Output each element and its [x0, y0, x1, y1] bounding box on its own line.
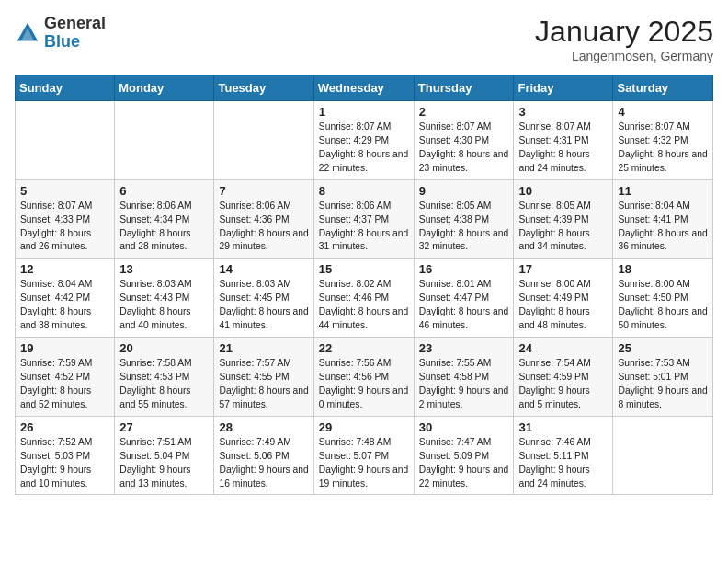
day-cell: 4Sunrise: 8:07 AMSunset: 4:32 PMDaylight… — [613, 101, 713, 180]
day-number: 29 — [319, 420, 409, 434]
logo-icon — [15, 20, 40, 46]
day-number: 11 — [618, 184, 708, 198]
day-number: 8 — [319, 184, 409, 198]
weekday-header-tuesday: Tuesday — [214, 75, 313, 101]
day-number: 5 — [20, 184, 109, 198]
day-number: 20 — [119, 341, 209, 355]
week-row-2: 5Sunrise: 8:07 AMSunset: 4:33 PMDaylight… — [16, 179, 713, 259]
week-row-5: 26Sunrise: 7:52 AMSunset: 5:03 PMDayligh… — [16, 416, 713, 495]
day-number: 27 — [119, 420, 209, 434]
day-cell: 5Sunrise: 8:07 AMSunset: 4:33 PMDaylight… — [16, 179, 115, 259]
day-detail: Sunrise: 7:54 AMSunset: 4:59 PMDaylight:… — [518, 357, 608, 412]
day-number: 1 — [319, 105, 409, 119]
day-detail: Sunrise: 7:51 AMSunset: 5:04 PMDaylight:… — [119, 436, 209, 491]
day-detail: Sunrise: 7:48 AMSunset: 5:07 PMDaylight:… — [319, 436, 409, 491]
day-cell: 7Sunrise: 8:06 AMSunset: 4:36 PMDaylight… — [214, 179, 313, 259]
day-detail: Sunrise: 8:07 AMSunset: 4:31 PMDaylight:… — [518, 121, 608, 176]
day-detail: Sunrise: 7:59 AMSunset: 4:52 PMDaylight:… — [20, 357, 109, 412]
day-number: 19 — [20, 341, 109, 355]
day-cell: 31Sunrise: 7:46 AMSunset: 5:11 PMDayligh… — [514, 416, 613, 495]
day-cell: 8Sunrise: 8:06 AMSunset: 4:37 PMDaylight… — [313, 179, 414, 259]
day-number: 6 — [119, 184, 209, 198]
day-cell: 2Sunrise: 8:07 AMSunset: 4:30 PMDaylight… — [414, 101, 514, 180]
day-cell: 1Sunrise: 8:07 AMSunset: 4:29 PMDaylight… — [313, 101, 414, 180]
day-cell — [16, 101, 115, 180]
day-detail: Sunrise: 8:05 AMSunset: 4:39 PMDaylight:… — [518, 200, 608, 255]
weekday-header-saturday: Saturday — [613, 75, 713, 101]
day-number: 15 — [319, 262, 409, 276]
day-number: 28 — [219, 420, 308, 434]
day-number: 10 — [518, 184, 608, 198]
day-detail: Sunrise: 8:00 AMSunset: 4:50 PMDaylight:… — [618, 278, 708, 333]
day-detail: Sunrise: 8:06 AMSunset: 4:36 PMDaylight:… — [219, 200, 308, 255]
logo-text: General Blue — [44, 15, 106, 52]
week-row-1: 1Sunrise: 8:07 AMSunset: 4:29 PMDaylight… — [16, 101, 713, 180]
weekday-header-friday: Friday — [514, 75, 613, 101]
day-cell: 29Sunrise: 7:48 AMSunset: 5:07 PMDayligh… — [313, 416, 414, 495]
day-detail: Sunrise: 7:46 AMSunset: 5:11 PMDaylight:… — [518, 436, 608, 491]
day-cell: 13Sunrise: 8:03 AMSunset: 4:43 PMDayligh… — [115, 259, 214, 338]
day-detail: Sunrise: 8:07 AMSunset: 4:30 PMDaylight:… — [419, 121, 509, 176]
day-cell: 27Sunrise: 7:51 AMSunset: 5:04 PMDayligh… — [115, 416, 214, 495]
day-detail: Sunrise: 7:52 AMSunset: 5:03 PMDaylight:… — [20, 436, 109, 491]
day-detail: Sunrise: 8:07 AMSunset: 4:29 PMDaylight:… — [319, 121, 409, 176]
day-cell — [115, 101, 214, 180]
location: Langenmosen, Germany — [535, 49, 713, 63]
day-cell: 17Sunrise: 8:00 AMSunset: 4:49 PMDayligh… — [514, 259, 613, 338]
day-cell: 15Sunrise: 8:02 AMSunset: 4:46 PMDayligh… — [313, 259, 414, 338]
weekday-header-sunday: Sunday — [16, 75, 115, 101]
weekday-header-monday: Monday — [115, 75, 214, 101]
day-cell: 23Sunrise: 7:55 AMSunset: 4:58 PMDayligh… — [414, 338, 514, 417]
day-detail: Sunrise: 8:00 AMSunset: 4:49 PMDaylight:… — [518, 278, 608, 333]
day-detail: Sunrise: 7:53 AMSunset: 5:01 PMDaylight:… — [618, 357, 708, 412]
week-row-3: 12Sunrise: 8:04 AMSunset: 4:42 PMDayligh… — [16, 259, 713, 338]
day-number: 31 — [518, 420, 608, 434]
logo-general: General — [44, 15, 106, 33]
day-detail: Sunrise: 8:03 AMSunset: 4:43 PMDaylight:… — [119, 278, 209, 333]
weekday-header-wednesday: Wednesday — [313, 75, 414, 101]
day-number: 24 — [518, 341, 608, 355]
day-detail: Sunrise: 7:55 AMSunset: 4:58 PMDaylight:… — [419, 357, 509, 412]
day-cell: 14Sunrise: 8:03 AMSunset: 4:45 PMDayligh… — [214, 259, 313, 338]
day-cell: 28Sunrise: 7:49 AMSunset: 5:06 PMDayligh… — [214, 416, 313, 495]
day-detail: Sunrise: 8:06 AMSunset: 4:34 PMDaylight:… — [119, 200, 209, 255]
day-number: 9 — [419, 184, 509, 198]
day-cell: 20Sunrise: 7:58 AMSunset: 4:53 PMDayligh… — [115, 338, 214, 417]
day-number: 25 — [618, 341, 708, 355]
day-number: 14 — [219, 262, 308, 276]
day-number: 16 — [419, 262, 509, 276]
weekday-header-thursday: Thursday — [414, 75, 514, 101]
day-number: 30 — [419, 420, 509, 434]
day-cell: 25Sunrise: 7:53 AMSunset: 5:01 PMDayligh… — [613, 338, 713, 417]
day-number: 2 — [419, 105, 509, 119]
day-cell: 18Sunrise: 8:00 AMSunset: 4:50 PMDayligh… — [613, 259, 713, 338]
week-row-4: 19Sunrise: 7:59 AMSunset: 4:52 PMDayligh… — [16, 338, 713, 417]
day-number: 18 — [618, 262, 708, 276]
day-number: 22 — [319, 341, 409, 355]
day-detail: Sunrise: 8:04 AMSunset: 4:42 PMDaylight:… — [20, 278, 109, 333]
day-cell: 9Sunrise: 8:05 AMSunset: 4:38 PMDaylight… — [414, 179, 514, 259]
day-cell: 24Sunrise: 7:54 AMSunset: 4:59 PMDayligh… — [514, 338, 613, 417]
day-number: 3 — [518, 105, 608, 119]
day-detail: Sunrise: 7:47 AMSunset: 5:09 PMDaylight:… — [419, 436, 509, 491]
page-header: General Blue January 2025 Langenmosen, G… — [15, 15, 713, 63]
day-cell: 21Sunrise: 7:57 AMSunset: 4:55 PMDayligh… — [214, 338, 313, 417]
day-cell: 11Sunrise: 8:04 AMSunset: 4:41 PMDayligh… — [613, 179, 713, 259]
day-cell: 3Sunrise: 8:07 AMSunset: 4:31 PMDaylight… — [514, 101, 613, 180]
day-detail: Sunrise: 7:58 AMSunset: 4:53 PMDaylight:… — [119, 357, 209, 412]
day-cell: 26Sunrise: 7:52 AMSunset: 5:03 PMDayligh… — [16, 416, 115, 495]
day-detail: Sunrise: 7:49 AMSunset: 5:06 PMDaylight:… — [219, 436, 308, 491]
day-detail: Sunrise: 8:02 AMSunset: 4:46 PMDaylight:… — [319, 278, 409, 333]
day-detail: Sunrise: 8:04 AMSunset: 4:41 PMDaylight:… — [618, 200, 708, 255]
day-detail: Sunrise: 7:57 AMSunset: 4:55 PMDaylight:… — [219, 357, 308, 412]
day-cell: 6Sunrise: 8:06 AMSunset: 4:34 PMDaylight… — [115, 179, 214, 259]
calendar-table: SundayMondayTuesdayWednesdayThursdayFrid… — [15, 75, 713, 495]
day-number: 21 — [219, 341, 308, 355]
day-cell — [613, 416, 713, 495]
day-cell: 30Sunrise: 7:47 AMSunset: 5:09 PMDayligh… — [414, 416, 514, 495]
title-block: January 2025 Langenmosen, Germany — [535, 15, 713, 63]
day-number: 17 — [518, 262, 608, 276]
logo-blue: Blue — [44, 33, 106, 52]
month-title: January 2025 — [535, 15, 713, 49]
day-number: 4 — [618, 105, 708, 119]
